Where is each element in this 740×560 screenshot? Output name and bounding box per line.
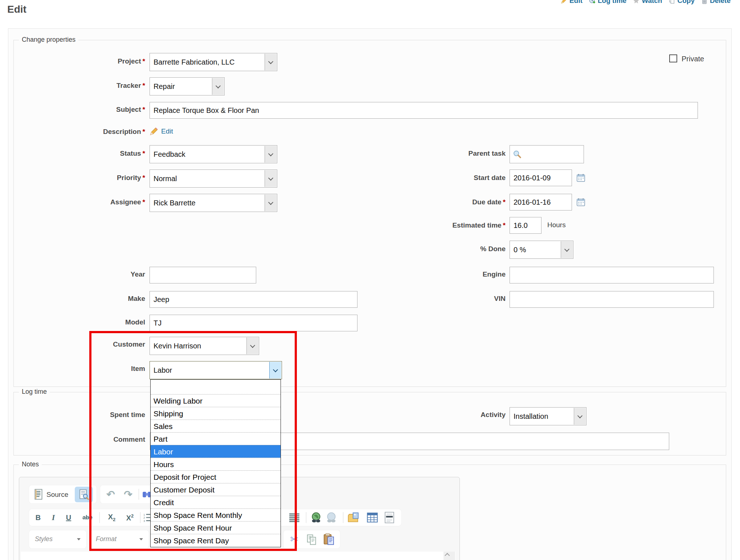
- item-label: Item: [15, 365, 145, 373]
- tracker-select[interactable]: Repair: [150, 77, 225, 95]
- start-date-input[interactable]: 2016-01-09: [510, 169, 572, 186]
- assignee-label: Assignee*: [15, 198, 145, 206]
- dropdown-option[interactable]: Shop Space Rent Day: [151, 534, 281, 547]
- private-checkbox[interactable]: [669, 54, 677, 62]
- dropdown-arrow-button[interactable]: [265, 146, 277, 163]
- customer-select[interactable]: Kevin Harrison: [150, 337, 259, 355]
- dropdown-arrow-button[interactable]: [212, 78, 224, 95]
- clock-add-icon: [589, 0, 596, 4]
- due-date-input[interactable]: 2016-01-16: [510, 194, 572, 210]
- bold-button[interactable]: B: [32, 511, 44, 524]
- start-date-label: Start date: [375, 174, 506, 182]
- paste-button[interactable]: [321, 532, 337, 547]
- remove-link-button[interactable]: [324, 510, 338, 525]
- description-edit-link[interactable]: Edit: [150, 127, 173, 136]
- item-select[interactable]: Labor: [150, 361, 282, 379]
- format-dropdown[interactable]: Format: [90, 530, 149, 548]
- svg-text:2: 2: [143, 516, 145, 519]
- insert-table-button[interactable]: [366, 511, 379, 524]
- action-watch[interactable]: Watch: [633, 0, 662, 5]
- dropdown-arrow-button[interactable]: [269, 362, 281, 379]
- underline-button[interactable]: U: [62, 511, 75, 524]
- subject-input[interactable]: Replace Torque Box & Floor Pan: [150, 102, 698, 119]
- project-select[interactable]: Barrette Fabrication, LLC: [150, 53, 277, 71]
- editor-content-area[interactable]: [21, 552, 455, 560]
- dropdown-option[interactable]: Customer Deposit: [151, 483, 281, 496]
- redo-button[interactable]: ↷: [121, 487, 135, 501]
- superscript-button[interactable]: X2: [122, 511, 138, 524]
- priority-select[interactable]: Normal: [150, 169, 277, 188]
- source-button[interactable]: [32, 487, 45, 501]
- year-input[interactable]: [150, 267, 256, 283]
- pencil-icon: [150, 127, 158, 136]
- required-mark: *: [143, 82, 145, 89]
- action-copy[interactable]: Copy: [669, 0, 695, 5]
- dropdown-option[interactable]: Shipping: [151, 407, 281, 420]
- project-label: Project*: [15, 57, 145, 65]
- chevron-down-icon: [577, 413, 582, 418]
- action-log-time[interactable]: Log time: [589, 0, 626, 5]
- horizontal-rule-button[interactable]: [383, 510, 396, 525]
- italic-button[interactable]: I: [48, 511, 59, 524]
- required-mark: *: [143, 57, 145, 65]
- chevron-down-icon: [77, 538, 81, 540]
- description-label: Description*: [15, 128, 145, 136]
- dropdown-arrow-button[interactable]: [265, 195, 277, 211]
- activity-select[interactable]: Installation: [510, 407, 586, 425]
- dropdown-option[interactable]: Sales: [151, 420, 281, 432]
- dropdown-option[interactable]: Part: [151, 432, 281, 445]
- copy-button[interactable]: [304, 533, 319, 547]
- action-edit[interactable]: Edit: [561, 0, 582, 5]
- make-input[interactable]: Jeep: [150, 291, 357, 308]
- dropdown-option[interactable]: [151, 380, 281, 394]
- cut-button[interactable]: ✂: [287, 532, 302, 547]
- priority-label: Priority*: [15, 174, 145, 182]
- preview-icon: [79, 489, 89, 500]
- estimated-time-input[interactable]: 16.0: [510, 217, 541, 234]
- chevron-down-icon: [216, 83, 221, 89]
- styles-dropdown[interactable]: Styles: [29, 530, 86, 548]
- strikethrough-button[interactable]: abe: [78, 511, 97, 524]
- subscript-button[interactable]: X2: [104, 511, 120, 524]
- source-button-label[interactable]: Source: [46, 491, 68, 499]
- action-delete[interactable]: Delete: [701, 0, 731, 5]
- editor-scrollbar[interactable]: [443, 552, 455, 560]
- estimated-time-label: Estimated time*: [375, 221, 506, 229]
- dropdown-option[interactable]: Credit: [151, 496, 281, 508]
- dropdown-option[interactable]: Deposit for Project: [151, 470, 281, 483]
- toolbar-separator: [140, 512, 140, 523]
- percent-done-select[interactable]: 0 %: [510, 241, 573, 259]
- dropdown-option[interactable]: Welding Labor: [151, 394, 281, 407]
- status-select[interactable]: Feedback: [150, 145, 277, 163]
- blockquote-button[interactable]: [288, 512, 301, 523]
- vin-input[interactable]: [510, 291, 714, 308]
- engine-input[interactable]: [510, 267, 714, 283]
- chevron-down-icon: [564, 247, 569, 252]
- model-input[interactable]: TJ: [150, 315, 357, 331]
- dropdown-arrow-button[interactable]: [265, 170, 277, 187]
- tracker-label: Tracker*: [15, 82, 145, 90]
- assignee-select[interactable]: Rick Barrette: [150, 194, 277, 212]
- insert-image-button[interactable]: [346, 510, 361, 525]
- undo-button[interactable]: ↶: [104, 487, 118, 501]
- insert-link-button[interactable]: [309, 510, 323, 525]
- preview-button[interactable]: [75, 487, 93, 502]
- strikethrough-icon: abe: [82, 514, 93, 521]
- dropdown-option[interactable]: Shop Space Rent Hour: [151, 521, 281, 534]
- chevron-down-icon: [139, 538, 143, 540]
- dropdown-arrow-button[interactable]: [574, 408, 586, 425]
- dropdown-option[interactable]: Hours: [151, 458, 281, 470]
- scroll-up-icon: [445, 553, 450, 558]
- source-doc-icon: [34, 489, 43, 500]
- dropdown-arrow-button[interactable]: [265, 54, 277, 70]
- dropdown-arrow-button[interactable]: [561, 241, 573, 258]
- private-label: Private: [682, 55, 704, 63]
- undo-icon: ↶: [106, 489, 115, 500]
- dropdown-option[interactable]: Shop Space Rent Monthly: [151, 508, 281, 521]
- dropdown-arrow-button[interactable]: [246, 338, 258, 354]
- calendar-icon[interactable]: [576, 197, 585, 207]
- calendar-icon[interactable]: [576, 173, 585, 182]
- dropdown-option-selected[interactable]: Labor: [151, 445, 281, 458]
- chevron-down-icon: [268, 176, 273, 181]
- parent-task-input[interactable]: [510, 145, 584, 163]
